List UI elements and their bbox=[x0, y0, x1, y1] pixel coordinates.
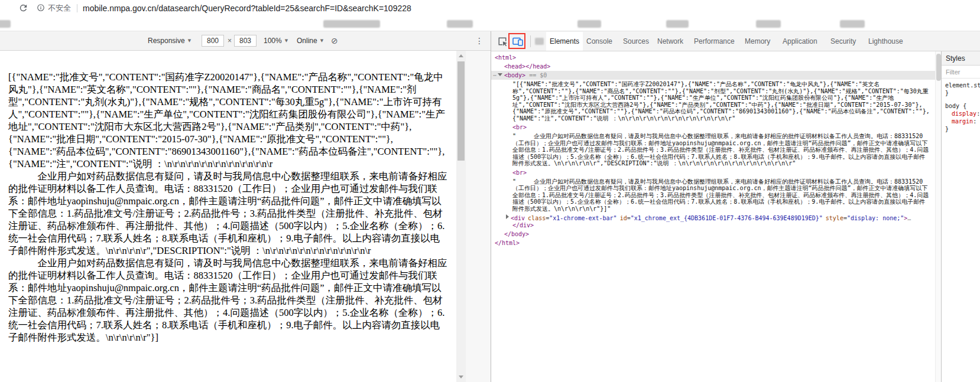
zoom-value: 100% bbox=[264, 37, 282, 45]
dom-node-html-open[interactable]: <html> bbox=[491, 53, 941, 62]
inspect-cursor-icon bbox=[497, 40, 508, 49]
redacted-bookmark[interactable] bbox=[0, 20, 11, 28]
property-value: : 8px; bbox=[973, 118, 980, 125]
dom-node-extension-div[interactable]: <divclass="x1-chrome-ext-bar"id="x1_chro… bbox=[491, 213, 941, 230]
tab-styles[interactable]: Styles bbox=[942, 51, 965, 66]
dimension-separator: × bbox=[228, 31, 232, 51]
device-emulation-pane: Responsive▼ 800 × 803 100%▼ Online▼ ⊘ ⋮ … bbox=[0, 31, 491, 382]
brace: { bbox=[963, 103, 966, 109]
viewport-height-input[interactable]: 803 bbox=[234, 35, 257, 47]
site-security-info[interactable]: 不安全 bbox=[37, 0, 71, 17]
attr-class-value: "x1-chrome-ext-bar" bbox=[549, 215, 616, 221]
toolbar-separator bbox=[530, 35, 531, 47]
device-toolbar-menu-button[interactable]: ⋮ bbox=[475, 31, 483, 51]
device-type-value: Responsive bbox=[148, 37, 185, 45]
dom-node-body-open[interactable]: ⋯<body>== $0 bbox=[491, 71, 941, 80]
redacted-bookmark[interactable] bbox=[323, 20, 380, 28]
redacted-bookmark[interactable] bbox=[447, 20, 473, 28]
div-open-tag: <div bbox=[511, 215, 525, 221]
property-name: margin bbox=[952, 118, 973, 125]
sidebar-tab-strip: Styles bbox=[942, 51, 980, 66]
redacted-extension-tab[interactable] bbox=[535, 38, 544, 45]
url-text[interactable]: mobile.nmpa.gov.cn/datasearch/QueryRecor… bbox=[83, 0, 411, 17]
css-property-margin[interactable]: margin: 8px; bbox=[945, 117, 980, 125]
expand-arrow-icon[interactable] bbox=[506, 214, 509, 219]
dom-text-node[interactable]: " 企业用户如对药品数据信息有疑问，请及时与我局信息中心数据整理组联系，来电前请… bbox=[491, 177, 941, 214]
dom-node-html-close[interactable]: </html> bbox=[491, 239, 941, 247]
tab-elements[interactable]: Elements bbox=[546, 32, 583, 51]
collapsed-content-ellipsis[interactable]: … bbox=[907, 215, 911, 221]
node-menu-icon[interactable]: ⋯ bbox=[493, 71, 496, 80]
dom-node-br[interactable]: <br> bbox=[491, 168, 941, 177]
dom-tree: <html> <head></head> ⋯<body>== $0 "[{"NA… bbox=[491, 51, 941, 382]
redacted-bookmark[interactable] bbox=[577, 20, 601, 28]
brace: } bbox=[945, 126, 949, 132]
tab-memory[interactable]: Memory bbox=[741, 32, 774, 51]
device-toolbar-icon bbox=[512, 40, 524, 49]
chevron-down-icon: ▼ bbox=[320, 31, 323, 51]
tab-network[interactable]: Network bbox=[654, 32, 687, 51]
dom-text-node[interactable]: " 企业用户如对药品数据信息有疑问，请及时与我局信息中心数据整理组联系，来电前请… bbox=[491, 132, 941, 168]
selector-body: body bbox=[945, 103, 959, 109]
bookmarks-bar bbox=[0, 17, 980, 31]
rule-body-open[interactable]: body { bbox=[945, 102, 980, 110]
page-scrollbar[interactable] bbox=[456, 51, 466, 382]
throttling-select[interactable]: Online▼ bbox=[297, 31, 323, 51]
device-toolbar-toggle-button[interactable] bbox=[510, 34, 525, 49]
throttling-value: Online bbox=[297, 37, 317, 45]
rule-element-style-open[interactable]: element.style { bbox=[945, 81, 980, 89]
scroll-down-icon[interactable] bbox=[459, 376, 463, 378]
br-tag: <br> bbox=[512, 169, 527, 176]
text-node-content: [{"NAME":"批准文号","CONTENT":"国药准字Z20020147… bbox=[512, 81, 930, 122]
security-label: 不安全 bbox=[48, 3, 71, 14]
page-description-paragraph: 企业用户如对药品数据信息有疑问，请及时与我局信息中心数据整理组联系，来电前请备好… bbox=[8, 257, 447, 343]
collapse-arrow-icon[interactable] bbox=[498, 73, 502, 76]
html-open-tag: <html> bbox=[495, 54, 516, 61]
div-close-tag: </div> bbox=[512, 222, 534, 228]
page-scrollbar-thumb[interactable] bbox=[457, 61, 465, 161]
viewport-width-input[interactable]: 800 bbox=[202, 35, 224, 47]
selector-element-style: element.style bbox=[945, 82, 980, 89]
br-tag: <br> bbox=[512, 124, 527, 130]
omnibox-separator bbox=[77, 4, 77, 12]
tab-performance[interactable]: Performance bbox=[690, 32, 738, 51]
tab-sources[interactable]: Sources bbox=[619, 32, 653, 51]
reload-button[interactable] bbox=[17, 2, 30, 15]
dom-text-node[interactable]: "[{"NAME":"批准文号","CONTENT":"国药准字Z2002014… bbox=[491, 80, 941, 123]
zoom-select[interactable]: 100%▼ bbox=[264, 31, 288, 51]
selected-node-marker: == $0 bbox=[529, 72, 547, 79]
devtools-panel: Elements Console Sources Network Perform… bbox=[491, 31, 980, 382]
text-node-quote: " bbox=[792, 160, 796, 166]
property-value: : block; bbox=[976, 110, 980, 117]
chevron-down-icon: ▼ bbox=[188, 31, 191, 51]
page-json-text: [{"NAME":"批准文号","CONTENT":"国药准字Z20020147… bbox=[8, 71, 445, 169]
tab-lighthouse[interactable]: Lighthouse bbox=[865, 32, 907, 51]
dom-tree-scrollbar-thumb[interactable] bbox=[936, 54, 941, 81]
info-icon bbox=[37, 4, 45, 14]
redacted-bookmark[interactable] bbox=[840, 20, 865, 28]
scroll-up-icon[interactable] bbox=[459, 54, 463, 57]
tab-application[interactable]: Application bbox=[779, 32, 821, 51]
device-type-select[interactable]: Responsive▼ bbox=[148, 31, 191, 51]
redacted-bookmark[interactable] bbox=[666, 20, 689, 28]
dom-node-body-close[interactable]: </body> bbox=[491, 230, 941, 239]
browser-toolbar: 不安全 mobile.nmpa.gov.cn/datasearch/QueryR… bbox=[0, 0, 980, 17]
styles-filter-input[interactable]: Filter bbox=[942, 66, 980, 79]
page-viewport: [{"NAME":"批准文号","CONTENT":"国药准字Z20020147… bbox=[0, 51, 466, 382]
css-property-display[interactable]: display: block; bbox=[945, 110, 980, 117]
attr-style-value: "display: none;" bbox=[847, 215, 904, 221]
text-node-content: 企业用户如对药品数据信息有疑问，请及时与我局信息中心数据整理组联系，来电前请备好… bbox=[512, 133, 929, 166]
chevron-down-icon: ▼ bbox=[285, 31, 288, 51]
redacted-bookmark[interactable] bbox=[756, 20, 781, 28]
tab-security[interactable]: Security bbox=[827, 32, 859, 51]
device-toolbar: Responsive▼ 800 × 803 100%▼ Online▼ ⊘ ⋮ bbox=[0, 31, 491, 51]
head-open-tag: <head> bbox=[504, 63, 525, 70]
dom-tree-scrollbar[interactable] bbox=[935, 51, 941, 382]
body-close-tag: </body> bbox=[504, 231, 529, 237]
dom-node-head[interactable]: <head></head> bbox=[491, 62, 941, 71]
dom-node-br[interactable]: <br> bbox=[491, 123, 941, 132]
inspect-element-button[interactable] bbox=[495, 34, 510, 49]
browser-window: 不安全 mobile.nmpa.gov.cn/datasearch/QueryR… bbox=[0, 0, 980, 382]
tab-console[interactable]: Console bbox=[583, 32, 616, 51]
rotate-disabled-icon: ⊘ bbox=[331, 31, 338, 51]
